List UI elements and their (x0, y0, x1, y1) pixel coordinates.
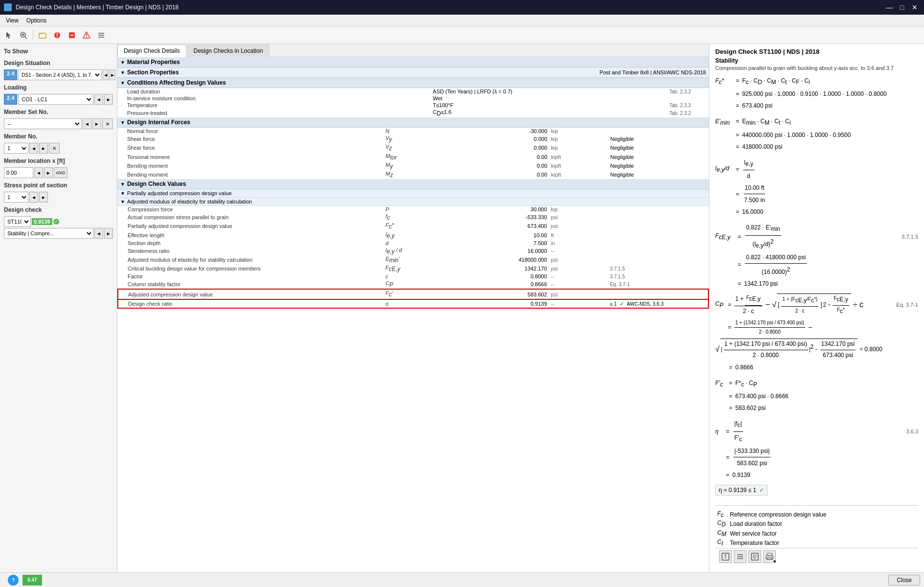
tab-design-checks-location[interactable]: Design Checks in Location (187, 45, 269, 57)
eta-result: 0.9139 (732, 469, 750, 481)
force-name-2: Shear force (117, 143, 384, 152)
ms-next-btn[interactable]: ► (92, 118, 101, 129)
design-check-select[interactable]: ST1100 (4, 216, 31, 227)
menu-view[interactable]: View (2, 16, 22, 25)
minimize-button[interactable]: — (884, 2, 895, 13)
condition-sym-3 (384, 109, 431, 117)
toolbar-red3[interactable]: ! (80, 28, 93, 42)
section-props-toggle[interactable]: ▼ (120, 70, 125, 75)
check-unit-5: -- (549, 247, 608, 255)
dc-prev-btn[interactable]: ◄ (94, 228, 103, 239)
check-ref-10 (608, 289, 708, 299)
member-loc-label: Member location x [ft] (4, 158, 113, 164)
toolbar-open[interactable] (36, 28, 49, 42)
loc-next-btn[interactable]: ► (44, 167, 53, 178)
material-toggle[interactable]: ▼ (120, 60, 125, 65)
check-sym-0: P (384, 206, 431, 213)
loc-prev-btn[interactable]: ◄ (34, 167, 43, 178)
check-sym-2: Fc* (384, 222, 431, 230)
close-window-button[interactable]: ✕ (909, 2, 920, 13)
check-val-7: 1342.170 (431, 264, 549, 273)
legend-row-2: CM Wet service factor (715, 529, 918, 538)
formula-btn-3[interactable] (748, 550, 761, 563)
conditions-header: ▼ Conditions Affecting Design Values (117, 78, 709, 88)
internal-forces-toggle[interactable]: ▼ (120, 120, 125, 125)
ds-prev-btn[interactable]: ◄ (103, 69, 109, 80)
fcey-formula: FcE,y = 0.822 · E'min (le,y/d)2 3.7.1.5 … (715, 222, 918, 290)
check-row-3: Effective length le,y 10.00 ft (118, 231, 708, 240)
mn-extra-btn[interactable]: ✕ (49, 143, 60, 154)
legend-desc-3: Temperature factor (730, 538, 918, 547)
check-unit-7: psi (549, 264, 608, 273)
check-sym-1: fc (384, 213, 431, 222)
toolbar-red2[interactable] (65, 28, 79, 42)
check-row-1: Actual compression stress parallel to gr… (118, 213, 708, 222)
status-icon-1: ? (8, 575, 19, 586)
fcey-result: 1342.170 psi (744, 278, 778, 290)
mn-next-btn[interactable]: ► (39, 143, 48, 154)
cp-sym: CP (715, 299, 726, 311)
sp-next-btn[interactable]: ► (39, 192, 48, 203)
formula-btn-2[interactable] (734, 550, 747, 563)
force-val-5: 0.00 (431, 170, 549, 179)
mn-prev-btn[interactable]: ◄ (29, 143, 38, 154)
force-note-1: Negligible (608, 135, 709, 143)
toolbar-pointer[interactable] (2, 28, 16, 42)
force-row-5: Bending moment Mz 0.00 kipft Negligible (117, 170, 709, 179)
internal-forces-label: Design Internal Forces (127, 119, 190, 126)
partial-adj-toggle[interactable]: ▼ (120, 191, 125, 196)
check-values-toggle[interactable]: ▼ (120, 181, 125, 187)
check-ref-5 (608, 247, 708, 255)
force-name-1: Shear force (117, 135, 384, 143)
check-sym-4: d (384, 240, 431, 247)
check-unit-9: -- (549, 280, 608, 289)
toolbar-zoom[interactable] (17, 28, 30, 42)
stress-point-select[interactable]: 1 (4, 192, 28, 203)
check-sym-10: Fc' (384, 289, 431, 299)
eta-sym: η (715, 426, 723, 437)
force-val-0: -30.000 (431, 128, 549, 135)
adj-modulus-toggle[interactable]: ▼ (120, 199, 125, 204)
ds-next-btn[interactable]: ► (110, 69, 115, 80)
tab-bar: Design Check Details Design Checks in Lo… (117, 44, 709, 57)
emin-formula: E'min = Emin · CM · Ct · Ci = 440000.000… (715, 115, 918, 152)
ms-extra-btn[interactable]: ✕ (102, 118, 113, 129)
loc-ratio-btn[interactable]: x/xG (54, 167, 67, 178)
check-name-10: Adjusted compression design value (118, 289, 384, 299)
design-situation-select[interactable]: DS1 - Section 2.4 (ASD), 1. to 7. (18, 69, 102, 80)
menu-options[interactable]: Options (22, 16, 50, 25)
force-note-3: Negligible (608, 153, 709, 161)
toolbar-lines[interactable] (94, 28, 108, 42)
cp-formula: CP = 1 + FcE,y 2 · c − √ [1 + (FcE,y/Fc*… (715, 294, 918, 373)
ms-prev-btn[interactable]: ◄ (83, 118, 91, 129)
member-no-select[interactable]: 1 (4, 143, 28, 154)
loading-select[interactable]: CO1 - LC1 (18, 94, 93, 105)
print-dropdown-icon[interactable]: ▼ (772, 559, 777, 564)
member-loc-input[interactable] (4, 167, 33, 178)
close-button[interactable]: Close (888, 575, 920, 586)
emin-vals: 440000.000 psi · 1.0000 · 1.0000 · 0.950… (742, 129, 851, 141)
check-ref-9: Eq. 3.7-1 (608, 280, 708, 289)
check-unit-3: ft (549, 231, 608, 240)
check-val-2: 673.400 (431, 222, 549, 230)
check-val-10: 583.602 (431, 289, 549, 299)
conditions-toggle[interactable]: ▼ (120, 80, 125, 86)
design-check-desc-select[interactable]: Stability | Compre... (4, 228, 93, 239)
sp-prev-btn[interactable]: ◄ (29, 192, 38, 203)
status-icon-2: 0.47 (22, 575, 42, 586)
force-row-0: Normal force N -30.000 kip (117, 128, 709, 135)
formula-btn-1[interactable]: f (719, 550, 732, 563)
member-set-select[interactable]: -- (4, 118, 82, 129)
force-unit-4: kipft (549, 161, 608, 170)
check-row-0: Compression force P 30.000 kip (118, 206, 708, 213)
dc-next-btn[interactable]: ► (104, 228, 113, 239)
svg-line-1 (25, 37, 27, 39)
loading-prev-btn[interactable]: ◄ (94, 94, 103, 105)
check-name-7: Critical buckling design value for compr… (118, 264, 384, 273)
loading-next-btn[interactable]: ► (104, 94, 113, 105)
tab-design-check-details[interactable]: Design Check Details (117, 45, 186, 57)
legend-row-1: CD Load duration factor (715, 519, 918, 528)
toolbar-red1[interactable]: ! (50, 28, 64, 42)
fc-star-eq: Fc · CD · CM · Ct · CF · Ci (742, 75, 810, 88)
maximize-button[interactable]: □ (897, 2, 907, 13)
